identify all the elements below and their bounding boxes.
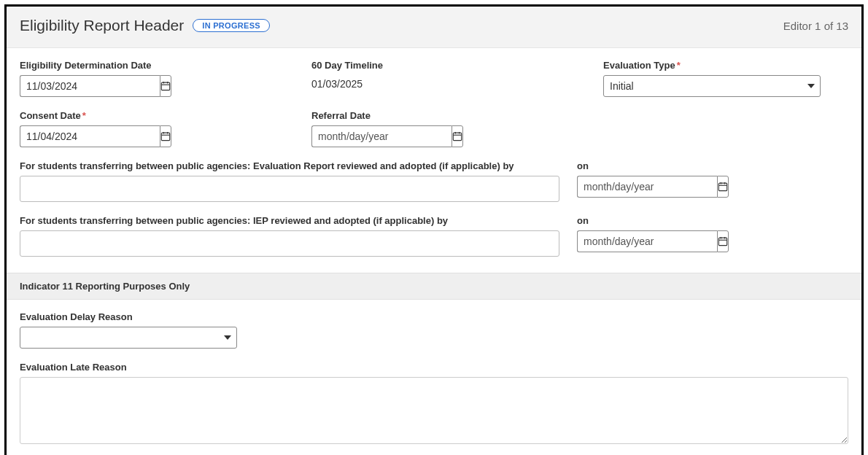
svg-rect-16 [718,238,726,246]
referral-date-label: Referral Date [311,110,586,121]
eligibility-date-label: Eligibility Determination Date [20,60,294,71]
late-reason-label: Evaluation Late Reason [20,362,848,373]
required-star: * [677,60,681,71]
transfer-iep-on-label: on [577,215,848,226]
status-badge: IN PROGRESS [193,19,270,32]
timeline-value: 01/03/2025 [311,75,586,93]
transfer-eval-label: For students transferring between public… [20,160,559,171]
editor-count: Editor 1 of 13 [783,20,848,32]
svg-rect-12 [718,183,726,191]
transfer-iep-on-input[interactable] [577,230,717,252]
late-reason-textarea[interactable] [20,377,848,444]
svg-rect-4 [161,133,169,141]
calendar-icon[interactable] [717,230,729,252]
calendar-icon[interactable] [160,125,171,147]
delay-reason-select[interactable] [20,327,237,349]
transfer-iep-input[interactable] [20,230,559,257]
required-star: * [82,110,86,121]
calendar-icon[interactable] [452,125,463,147]
page-title: Eligibility Report Header [20,17,184,34]
consent-date-input[interactable] [20,125,160,147]
transfer-eval-input[interactable] [20,176,559,202]
referral-date-input[interactable] [311,125,452,147]
calendar-icon[interactable] [160,75,171,97]
delay-reason-label: Evaluation Delay Reason [20,311,237,322]
calendar-icon[interactable] [717,176,729,198]
transfer-iep-label: For students transferring between public… [20,215,559,226]
svg-rect-0 [161,82,169,90]
eval-type-label: Evaluation Type* [603,60,848,71]
eval-type-select[interactable] [603,75,821,97]
eligibility-date-input[interactable] [20,75,160,97]
transfer-eval-on-input[interactable] [577,176,717,198]
section-title: Indicator 11 Reporting Purposes Only [7,273,861,300]
svg-rect-8 [453,133,461,141]
transfer-eval-on-label: on [577,160,848,171]
consent-date-label: Consent Date* [20,110,294,121]
timeline-label: 60 Day Timeline [311,60,586,71]
